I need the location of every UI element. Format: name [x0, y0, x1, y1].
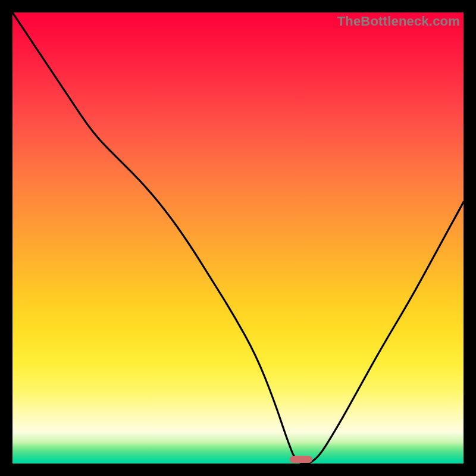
optimum-marker — [290, 456, 312, 463]
plot-area: TheBottleneck.com — [12, 12, 464, 464]
chart-frame: TheBottleneck.com — [0, 0, 476, 476]
bottleneck-curve — [12, 12, 464, 464]
